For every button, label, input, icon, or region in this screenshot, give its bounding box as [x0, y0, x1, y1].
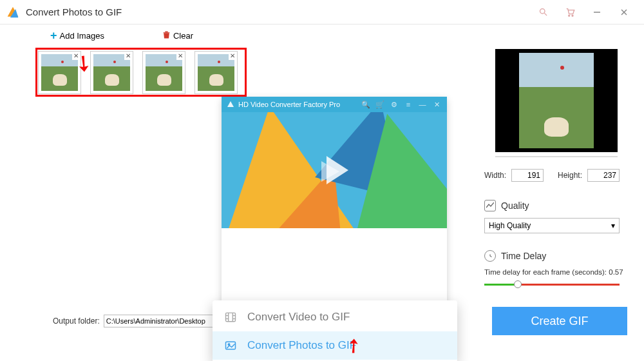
create-gif-button[interactable]: Create GIF [492, 307, 627, 335]
titlebar: Convert Photos to GIF [0, 0, 644, 24]
menu-label: Convert Video to GIF [247, 311, 350, 324]
inner-menu-icon[interactable]: ≡ [403, 101, 413, 108]
quality-selected: High Quality [489, 221, 531, 230]
svg-rect-9 [165, 31, 167, 32]
thumbnail-highlight-box: ✕ ✕ ✕ ✕ [35, 48, 247, 97]
menu-convert-photos[interactable]: Convert Photos to GIF [213, 331, 457, 360]
output-folder-input[interactable] [104, 315, 229, 327]
svg-line-3 [544, 13, 547, 15]
output-folder-label: Output folder: [53, 317, 100, 326]
image-icon [223, 338, 238, 353]
dimension-row: Width: Height: [484, 169, 629, 182]
svg-point-2 [540, 9, 545, 14]
output-folder-row: Output folder: [53, 315, 229, 327]
divider [495, 156, 618, 157]
thumbnail-remove-icon[interactable]: ✕ [124, 52, 132, 60]
quality-label: Quality [501, 200, 529, 211]
inner-app-window: HD Video Converter Factory Pro 🔍 🛒 ⚙ ≡ —… [222, 97, 447, 360]
right-panel: Width: Height: Quality High Quality ▾ Ti… [484, 49, 629, 289]
svg-rect-10 [164, 32, 170, 33]
preview-image [519, 53, 594, 148]
gif-menu-popover: Convert Video to GIF Convert Photos to G… [213, 300, 457, 361]
width-label: Width: [484, 171, 506, 180]
svg-point-4 [569, 15, 570, 16]
add-images-button[interactable]: + Add Images [50, 29, 104, 43]
toolbar: + Add Images Clear [0, 24, 644, 46]
quality-header: Quality [484, 200, 629, 211]
inner-window-title: HD Video Converter Factory Pro [238, 101, 340, 108]
inner-titlebar: HD Video Converter Factory Pro 🔍 🛒 ⚙ ≡ —… [222, 97, 447, 112]
app-logo-icon [6, 6, 19, 19]
clear-button[interactable]: Clear [162, 30, 193, 41]
width-input[interactable] [511, 169, 544, 182]
minimize-button[interactable] [583, 0, 611, 24]
plus-icon: + [50, 29, 57, 43]
inner-search-icon[interactable]: 🔍 [361, 101, 371, 109]
clear-label: Clear [173, 31, 193, 41]
add-images-label: Add Images [60, 31, 104, 41]
svg-rect-24 [226, 313, 236, 321]
timedelay-header: Time Delay [484, 250, 629, 262]
inner-close-button[interactable]: ✕ [431, 101, 442, 109]
svg-marker-11 [227, 101, 234, 107]
delay-slider[interactable] [484, 280, 620, 289]
film-icon [223, 310, 238, 324]
svg-point-5 [572, 15, 573, 16]
play-badge-icon [314, 150, 355, 191]
chevron-down-icon: ▾ [611, 221, 615, 230]
delay-value: 0.57 [609, 268, 623, 276]
timedelay-label: Time Delay [501, 251, 546, 261]
delay-text-row: Time delay for each frame (seconds): 0.5… [484, 268, 629, 276]
inner-gear-icon[interactable]: ⚙ [389, 101, 399, 109]
menu-convert-video[interactable]: Convert Video to GIF [213, 303, 457, 331]
quality-icon [484, 200, 496, 211]
preview-box [495, 49, 618, 152]
height-input[interactable] [587, 169, 620, 182]
slider-knob[interactable] [514, 280, 522, 288]
thumbnail[interactable]: ✕ [195, 52, 237, 93]
hero-graphic [222, 112, 447, 228]
height-label: Height: [558, 171, 582, 180]
search-icon[interactable] [529, 0, 556, 24]
thumbnail[interactable]: ✕ [91, 52, 133, 93]
trash-icon [162, 30, 171, 41]
inner-minimize-button[interactable]: — [417, 101, 428, 108]
thumbnail[interactable]: ✕ [39, 52, 80, 93]
menu-label: Convert Photos to GIF [247, 339, 356, 352]
delay-description: Time delay for each frame (seconds): [484, 268, 607, 276]
thumbnail-remove-icon[interactable]: ✕ [176, 52, 184, 60]
quality-select[interactable]: High Quality ▾ [484, 218, 620, 233]
thumbnail-remove-icon[interactable]: ✕ [229, 52, 236, 60]
inner-cart-icon[interactable]: 🛒 [375, 101, 385, 109]
window-title: Convert Photos to GIF [26, 6, 122, 17]
thumbnail-remove-icon[interactable]: ✕ [72, 52, 80, 60]
thumbnail[interactable]: ✕ [143, 52, 185, 93]
cart-icon[interactable] [556, 0, 583, 24]
inner-logo-icon [227, 101, 234, 108]
clock-icon [484, 250, 496, 262]
close-button[interactable] [611, 0, 638, 24]
